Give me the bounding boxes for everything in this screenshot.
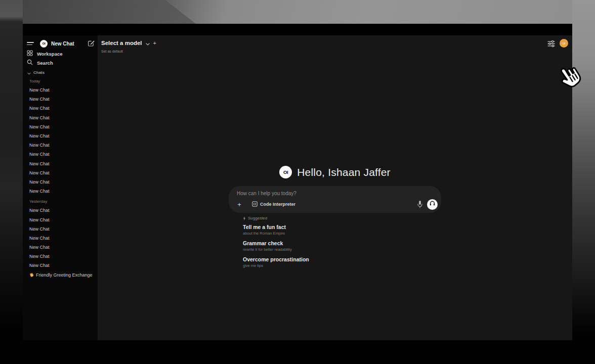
sidebar-item-workspace[interactable]: Workspace	[27, 49, 96, 58]
chat-list-item[interactable]: New Chat	[29, 95, 97, 104]
voice-call-button[interactable]	[427, 199, 438, 210]
chat-list-item[interactable]: Friendly Greeting Exchange	[29, 270, 97, 280]
chat-group-label: Yesterday	[29, 198, 97, 206]
bolt-icon	[243, 213, 246, 222]
search-icon	[27, 58, 33, 67]
sidebar-item-search[interactable]: Search	[27, 58, 96, 67]
suggested-prompt-subtitle: rewrite it for better readability	[243, 247, 441, 252]
wave-emoji-icon	[29, 272, 34, 277]
main-panel: Select a model + Set as default I	[98, 35, 572, 340]
add-model-button[interactable]: +	[153, 40, 156, 46]
chat-list-item[interactable]: New Chat	[29, 168, 97, 177]
sidebar: OI New Chat Workspace	[23, 35, 98, 340]
chat-list-item[interactable]: New Chat	[29, 215, 97, 224]
desktop-wallpaper-left	[0, 0, 23, 364]
model-selector-bar: Select a model + Set as default	[101, 38, 156, 53]
chats-section-label: Chats	[33, 70, 45, 75]
suggested-prompt[interactable]: Overcome procrastinationgive me tips	[243, 256, 441, 268]
chat-list-item[interactable]: New Chat	[29, 187, 97, 196]
app-window: OI New Chat Workspace	[23, 24, 572, 340]
sidebar-toggle-icon[interactable]	[27, 42, 34, 45]
chat-list-item[interactable]: New Chat	[29, 85, 97, 95]
suggested-list: Tell me a fun factabout the Roman Empire…	[243, 224, 441, 268]
chevron-down-icon	[27, 68, 31, 77]
chat-list-item[interactable]: New Chat	[29, 261, 97, 270]
suggested-prompt[interactable]: Grammar checkrewrite it for better reada…	[243, 240, 441, 252]
chevron-down-icon	[146, 38, 150, 48]
chat-list-item[interactable]: New Chat	[29, 113, 97, 122]
microphone-icon[interactable]	[417, 200, 423, 208]
user-avatar[interactable]: IJ	[560, 39, 568, 48]
chat-group: YesterdayNew ChatNew ChatNew ChatNew Cha…	[29, 198, 97, 280]
chat-list-item[interactable]: New Chat	[29, 243, 97, 252]
suggested-header: Suggested	[243, 215, 441, 221]
code-interpreter-label: Code Interpreter	[260, 202, 295, 207]
welcome-area: OI Hello, Ishaan Jaffer How can I help y…	[98, 166, 572, 268]
model-selector-label: Select a model	[101, 40, 142, 46]
chat-list-item[interactable]: New Chat	[29, 104, 97, 113]
desktop-wallpaper-right	[572, 0, 595, 364]
controls-sliders-icon[interactable]	[547, 40, 555, 47]
chat-list-item[interactable]: New Chat	[29, 224, 97, 234]
suggested-prompt-subtitle: about the Roman Empire	[243, 231, 441, 236]
desktop-wallpaper-bottom	[0, 340, 595, 364]
headphones-icon	[429, 200, 436, 209]
code-interpreter-icon	[252, 200, 258, 209]
suggested-label: Suggested	[248, 216, 267, 220]
chat-list-item[interactable]: New Chat	[29, 141, 97, 150]
suggested-prompts: Suggested Tell me a fun factabout the Ro…	[243, 215, 441, 268]
greeting-text: Hello, Ishaan Jaffer	[297, 166, 391, 178]
chat-list-item[interactable]: New Chat	[29, 150, 97, 159]
chat-group: TodayNew ChatNew ChatNew ChatNew ChatNew…	[29, 77, 97, 196]
chat-history-list: TodayNew ChatNew ChatNew ChatNew ChatNew…	[29, 77, 97, 280]
chat-list-item[interactable]: New Chat	[29, 206, 97, 215]
app-logo: OI	[40, 40, 48, 48]
message-composer[interactable]: How can I help you today? + Code Interpr…	[229, 186, 441, 213]
sidebar-item-label: Search	[37, 60, 53, 66]
sidebar-header: OI New Chat	[27, 39, 95, 48]
chat-list-item[interactable]: New Chat	[29, 122, 97, 131]
composer-toolbar: + Code Interpreter	[235, 199, 438, 210]
model-selector[interactable]: Select a model +	[101, 38, 156, 48]
suggested-prompt-title: Grammar check	[243, 240, 441, 247]
window-top-bar	[23, 24, 572, 35]
sidebar-item-label: Workspace	[37, 51, 63, 57]
chat-list-item[interactable]: New Chat	[29, 234, 97, 243]
header-actions: IJ	[547, 39, 568, 48]
sidebar-nav: Workspace Search	[27, 49, 96, 67]
new-chat-title[interactable]: New Chat	[51, 41, 88, 47]
suggested-prompt[interactable]: Tell me a fun factabout the Roman Empire	[243, 224, 441, 236]
message-input[interactable]: How can I help you today?	[237, 191, 296, 196]
chat-list-item[interactable]: New Chat	[29, 131, 97, 141]
attach-plus-button[interactable]: +	[235, 200, 244, 209]
code-interpreter-toggle[interactable]: Code Interpreter	[249, 198, 299, 210]
chat-list-item[interactable]: New Chat	[29, 252, 97, 261]
new-chat-edit-icon[interactable]	[88, 40, 95, 47]
chat-list-item[interactable]: New Chat	[29, 177, 97, 187]
chat-list-item[interactable]: New Chat	[29, 159, 97, 168]
suggested-prompt-title: Overcome procrastination	[243, 256, 441, 263]
grid-icon	[27, 49, 33, 58]
greeting: OI Hello, Ishaan Jaffer	[279, 166, 391, 178]
suggested-prompt-title: Tell me a fun fact	[243, 224, 441, 231]
suggested-prompt-subtitle: give me tips	[243, 263, 441, 268]
set-as-default-button[interactable]: Set as default	[101, 50, 156, 53]
chats-section-toggle[interactable]: Chats	[27, 69, 45, 76]
chat-title: Friendly Greeting Exchange	[36, 272, 93, 278]
app-logo: OI	[279, 166, 292, 178]
chat-group-label: Today	[29, 77, 97, 85]
